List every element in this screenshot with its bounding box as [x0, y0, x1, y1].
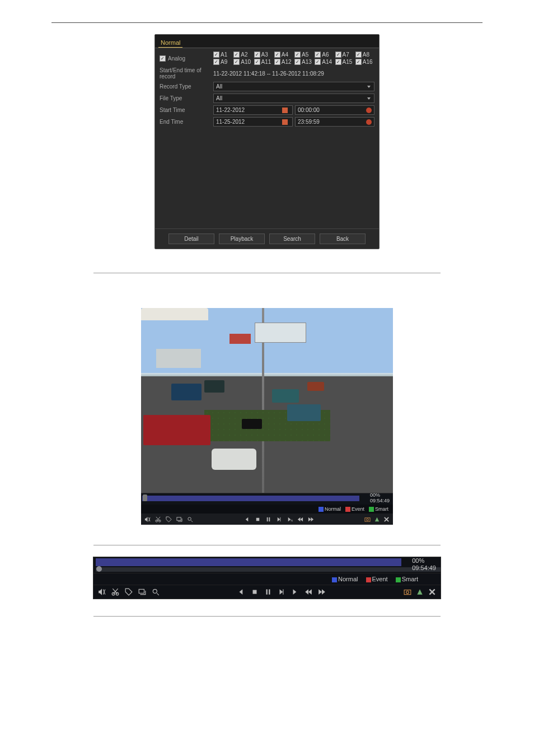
end-time-input[interactable]: 23:59:59 — [295, 117, 374, 127]
svg-rect-15 — [253, 590, 257, 594]
ch-a6-checkbox[interactable]: ✓ — [315, 52, 321, 58]
filetype-select[interactable]: All — [213, 94, 374, 103]
slow-icon[interactable]: ¼ — [287, 516, 293, 522]
control-bar — [93, 585, 441, 599]
svg-rect-7 — [280, 517, 280, 521]
hide-icon[interactable] — [374, 516, 380, 522]
timeline[interactable]: 00%09:54:49 — [93, 557, 441, 573]
start-date-input[interactable]: 11-22-2012 — [213, 105, 293, 115]
channel-grid: ✓A1 ✓A2 ✓A3 ✓A4 ✓A5 ✓A6 ✓A7 ✓A8 ✓A9 ✓A10… — [213, 52, 374, 65]
progress-time: 09:54:49 — [370, 498, 390, 503]
calendar-icon[interactable] — [282, 108, 288, 113]
tab-normal[interactable]: Normal — [158, 38, 182, 48]
clock-icon[interactable] — [366, 119, 372, 125]
svg-rect-13 — [139, 589, 144, 593]
normal-swatch — [318, 507, 324, 512]
tag-icon[interactable] — [166, 516, 172, 522]
playback-button[interactable]: Playback — [219, 234, 265, 244]
rectype-label: Record Type — [160, 83, 213, 90]
tag-manage-icon[interactable] — [138, 588, 146, 596]
ch-a5-checkbox[interactable]: ✓ — [294, 52, 301, 58]
smart-swatch — [369, 507, 374, 512]
calendar-icon[interactable] — [282, 119, 288, 125]
exit-icon[interactable] — [383, 516, 390, 522]
back-button[interactable]: Back — [320, 234, 366, 244]
snapshot-icon[interactable] — [404, 588, 411, 596]
stop-icon[interactable] — [251, 588, 259, 596]
playback-toolbar: 00%09:54:49 Normal Event Smart — [93, 557, 441, 599]
svg-point-3 — [188, 517, 191, 520]
exit-icon[interactable] — [428, 588, 436, 596]
ch-a4-checkbox[interactable]: ✓ — [274, 52, 280, 58]
event-swatch — [366, 577, 371, 582]
endtime-label: End Time — [160, 119, 213, 125]
zoom-icon[interactable] — [187, 516, 193, 522]
event-swatch — [345, 507, 350, 512]
end-date-input[interactable]: 11-25-2012 — [213, 117, 293, 127]
ch-a3-checkbox[interactable]: ✓ — [254, 52, 260, 58]
normal-swatch — [332, 577, 337, 582]
progress-time: 09:54:49 — [412, 564, 436, 571]
pause-icon[interactable] — [264, 588, 272, 596]
clip-icon[interactable] — [155, 516, 161, 522]
mute-icon[interactable] — [98, 588, 106, 596]
ch-a11-checkbox[interactable]: ✓ — [254, 59, 260, 65]
prev-icon[interactable] — [244, 516, 250, 522]
fastfwd-icon[interactable] — [308, 516, 314, 522]
rewind-icon[interactable] — [297, 516, 303, 522]
rectype-select[interactable]: All — [213, 82, 374, 91]
ch-a14-checkbox[interactable]: ✓ — [315, 59, 321, 65]
svg-rect-5 — [266, 517, 268, 521]
clock-icon[interactable] — [366, 108, 372, 113]
zoom-icon[interactable] — [152, 588, 160, 596]
prev-icon[interactable] — [237, 588, 245, 596]
playback-window: 00%09:54:49 Normal Event Smart — [141, 308, 393, 525]
snapshot-icon[interactable] — [364, 516, 371, 522]
ch-a12-checkbox[interactable]: ✓ — [274, 59, 280, 65]
analog-label: Analog — [168, 55, 185, 62]
fastfwd-icon[interactable] — [318, 588, 326, 596]
video-area[interactable] — [141, 308, 393, 493]
filetype-label: File Type — [160, 95, 213, 101]
legend: Normal Event Smart — [141, 505, 393, 514]
svg-rect-18 — [283, 589, 283, 594]
startend-label: Start/End time of record — [160, 67, 213, 80]
ch-a2-checkbox[interactable]: ✓ — [233, 52, 240, 58]
frame-fwd-icon[interactable] — [276, 516, 282, 522]
progress-pct: 00% — [370, 492, 380, 498]
ch-a7-checkbox[interactable]: ✓ — [335, 52, 341, 58]
ch-a13-checkbox[interactable]: ✓ — [294, 59, 301, 65]
ch-a8-checkbox[interactable]: ✓ — [355, 52, 362, 58]
ch-a16-checkbox[interactable]: ✓ — [355, 59, 362, 65]
tab-bar: Normal — [155, 35, 379, 48]
rewind-icon[interactable] — [305, 588, 312, 596]
startend-value: 11-22-2012 11:42:18 -- 11-26-2012 11:08:… — [213, 71, 324, 77]
analog-master-checkbox[interactable]: ✓ — [160, 55, 166, 62]
legend: Normal Event Smart — [93, 573, 441, 585]
tag-icon[interactable] — [125, 588, 133, 596]
svg-rect-17 — [269, 589, 270, 594]
svg-rect-6 — [269, 517, 270, 521]
playhead[interactable] — [96, 566, 102, 572]
search-button[interactable]: Search — [269, 234, 315, 244]
playhead[interactable] — [143, 494, 147, 501]
frame-fwd-icon[interactable] — [278, 588, 285, 596]
ch-a10-checkbox[interactable]: ✓ — [233, 59, 240, 65]
hide-icon[interactable] — [416, 588, 424, 596]
timeline[interactable]: 00%09:54:49 — [141, 493, 393, 505]
svg-rect-16 — [266, 589, 268, 594]
svg-text:¼: ¼ — [291, 519, 293, 522]
ch-a1-checkbox[interactable]: ✓ — [213, 52, 219, 58]
ch-a9-checkbox[interactable]: ✓ — [213, 59, 219, 65]
ch-a15-checkbox[interactable]: ✓ — [335, 59, 341, 65]
svg-point-14 — [153, 589, 157, 593]
svg-point-20 — [406, 591, 409, 594]
detail-button[interactable]: Detail — [168, 234, 214, 244]
pause-icon[interactable] — [265, 516, 271, 522]
stop-icon[interactable] — [255, 516, 261, 522]
mute-icon[interactable] — [144, 516, 151, 522]
slow-icon[interactable] — [291, 588, 299, 596]
start-time-input[interactable]: 00:00:00 — [295, 105, 374, 115]
tag-manage-icon[interactable] — [176, 516, 182, 522]
clip-icon[interactable] — [111, 588, 119, 596]
